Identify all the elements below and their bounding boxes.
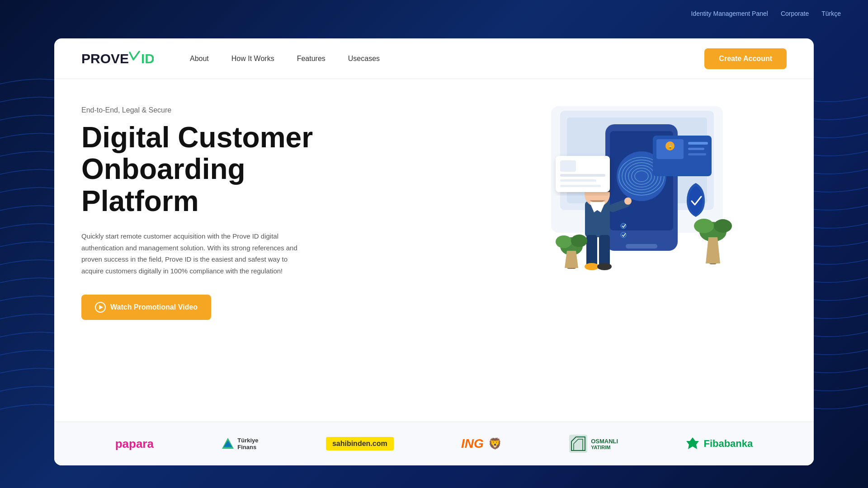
corporate-link[interactable]: Corporate (781, 10, 809, 17)
turkiye-finans-icon (221, 437, 235, 450)
turkiye-finans-label: TürkiyeFinans (237, 437, 258, 450)
svg-point-27 (585, 263, 599, 270)
logo-svg: PROVE ID (81, 49, 154, 69)
osmanli-label: OSMANLI (591, 438, 618, 445)
nav-features[interactable]: Features (297, 55, 326, 63)
svg-point-43 (621, 223, 626, 229)
svg-rect-17 (688, 148, 704, 150)
svg-point-36 (714, 219, 732, 233)
svg-point-35 (694, 219, 714, 233)
main-card: PROVE ID About How It Works Features Use… (54, 38, 814, 465)
partner-osmanli: OSMANLI YATIRIM (569, 435, 618, 453)
yatirim-label: YATIRIM (591, 445, 618, 450)
nav-usecases[interactable]: Usecases (348, 55, 380, 63)
illustration-svg: 🔒 (515, 97, 741, 291)
partner-ing: ING 🦁 (461, 436, 502, 451)
hero-description: Quickly start remote customer acquisitio… (81, 230, 307, 277)
hero-subtitle: End-to-End, Legal & Secure (81, 106, 469, 114)
ing-label: ING (461, 436, 484, 451)
partner-papara: papara (115, 437, 154, 451)
svg-text:PROVE: PROVE (81, 51, 129, 66)
svg-rect-38 (560, 160, 576, 172)
play-icon (95, 302, 106, 313)
identity-management-link[interactable]: Identity Management Panel (691, 10, 768, 17)
partners-bar: papara TürkiyeFinans sahibinden.com ING … (54, 422, 814, 465)
svg-rect-26 (599, 235, 610, 267)
svg-marker-46 (686, 437, 699, 449)
svg-rect-40 (560, 179, 596, 182)
nav-links: About How It Works Features Usecases (190, 55, 704, 63)
svg-point-44 (621, 232, 626, 238)
svg-point-32 (571, 235, 587, 247)
svg-rect-25 (586, 235, 597, 267)
svg-rect-41 (560, 185, 601, 187)
fibabanka-icon (685, 436, 700, 451)
partner-turkiye-finans: TürkiyeFinans (221, 437, 258, 450)
papara-label: papara (115, 437, 154, 451)
fibabanka-label: Fibabanka (703, 438, 753, 450)
nav-how-it-works[interactable]: How It Works (231, 55, 274, 63)
hero-right: 🔒 (469, 97, 787, 422)
partner-fibabanka: Fibabanka (685, 436, 753, 451)
hero-illustration: 🔒 (515, 97, 741, 291)
video-button-label: Watch Promotional Video (110, 303, 198, 311)
logo: PROVE ID (81, 49, 154, 69)
svg-text:🔒: 🔒 (667, 143, 674, 150)
language-link[interactable]: Türkçe (821, 10, 841, 17)
svg-rect-42 (626, 244, 657, 249)
watch-video-button[interactable]: Watch Promotional Video (81, 295, 211, 320)
play-triangle (99, 305, 103, 310)
svg-text:ID: ID (141, 51, 154, 66)
hero-left: End-to-End, Legal & Secure Digital Custo… (81, 97, 469, 422)
partner-sahibinden: sahibinden.com (326, 437, 394, 450)
svg-rect-39 (560, 174, 605, 177)
ing-lion: 🦁 (488, 437, 502, 450)
hero-section: End-to-End, Legal & Secure Digital Custo… (54, 79, 814, 422)
svg-rect-18 (688, 153, 706, 155)
sahibinden-label: sahibinden.com (332, 440, 387, 448)
svg-point-28 (597, 263, 612, 270)
svg-point-24 (624, 197, 632, 205)
navbar: PROVE ID About How It Works Features Use… (54, 38, 814, 79)
svg-point-31 (556, 235, 572, 248)
osmanli-icon (569, 435, 587, 453)
svg-rect-16 (688, 142, 708, 145)
nav-about[interactable]: About (190, 55, 209, 63)
create-account-button[interactable]: Create Account (704, 48, 787, 69)
hero-title: Digital Customer Onboarding Platform (81, 122, 469, 217)
utility-bar: Identity Management Panel Corporate Türk… (0, 0, 868, 27)
